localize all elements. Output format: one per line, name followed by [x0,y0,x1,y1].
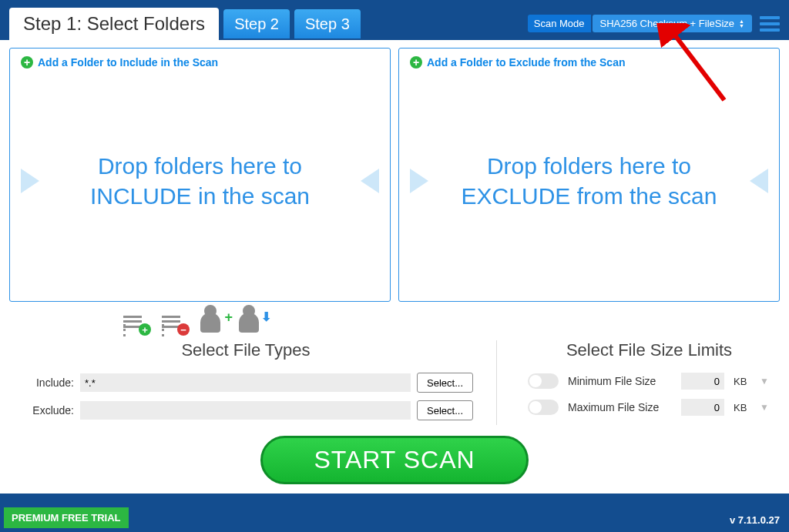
arrow-right-icon [21,169,39,193]
scan-mode-dropdown[interactable]: SHA256 Checksum + FileSize ▲▼ [593,15,752,32]
max-size-label: Maximum File Size [568,401,672,413]
tab-step2[interactable]: Step 2 [223,9,290,38]
min-size-label: Minimum File Size [568,375,672,387]
exclude-drop-text: Drop folders here to EXCLUDE from the sc… [436,151,742,211]
version-label: v 7.11.0.27 [730,514,780,526]
add-list-button[interactable]: + [123,313,148,333]
exclude-types-label: Exclude: [18,404,74,417]
person-icon [200,313,220,333]
exclude-types-select-button[interactable]: Select... [417,400,473,420]
tab-step1[interactable]: Step 1: Select Folders [9,8,219,40]
min-size-unit-dropdown[interactable]: ▼ [760,376,769,386]
exclude-drop-zone[interactable]: Drop folders here to EXCLUDE from the sc… [410,69,768,293]
add-include-label: Add a Folder to Include in the Scan [38,56,218,69]
scan-mode-value: SHA256 Checksum + FileSize [600,18,735,29]
import-profile-button[interactable]: ⬇ [239,313,264,333]
max-size-unit-dropdown[interactable]: ▼ [760,402,769,413]
max-size-unit: KB [734,402,750,413]
download-icon: ⬇ [261,309,271,324]
max-size-toggle[interactable] [528,400,559,415]
scan-mode-label: Scan Mode [528,15,591,32]
include-types-label: Include: [18,376,74,389]
minus-badge-icon: − [177,323,190,336]
min-size-unit: KB [734,376,750,387]
max-size-input[interactable] [681,399,724,416]
arrow-right-icon [410,169,428,193]
file-types-title: Select File Types [18,340,473,360]
plus-icon: + [410,56,422,69]
tab-step3[interactable]: Step 3 [294,9,361,38]
include-drop-text: Drop folders here to INCLUDE in the scan [47,151,353,211]
add-exclude-folder-button[interactable]: + Add a Folder to Exclude from the Scan [410,56,768,69]
size-limits-title: Select File Size Limits [528,340,771,360]
remove-list-button[interactable]: − [162,313,186,333]
min-size-toggle[interactable] [528,373,559,389]
start-scan-button[interactable]: START SCAN [260,436,528,484]
person-icon [239,313,259,333]
include-types-select-button[interactable]: Select... [417,373,473,393]
exclude-types-input[interactable] [80,401,411,420]
top-bar: Step 1: Select Folders Step 2 Step 3 Sca… [0,0,789,40]
include-panel[interactable]: + Add a Folder to Include in the Scan Dr… [9,48,391,302]
trial-badge[interactable]: PREMIUM FREE TRIAL [4,507,129,528]
include-types-input[interactable] [80,373,411,392]
include-drop-zone[interactable]: Drop folders here to INCLUDE in the scan [21,69,379,293]
plus-badge-icon: + [139,323,151,336]
min-size-input[interactable] [681,373,724,390]
list-toolbar: + − + ⬇ [0,302,789,340]
add-include-folder-button[interactable]: + Add a Folder to Include in the Scan [21,56,379,69]
add-profile-button[interactable]: + [200,313,225,333]
updown-icon: ▲▼ [739,19,744,28]
exclude-panel[interactable]: + Add a Folder to Exclude from the Scan … [398,48,780,302]
arrow-left-icon [750,169,768,193]
plus-icon: + [224,309,233,326]
plus-icon: + [21,56,33,69]
hamburger-menu-icon[interactable] [760,16,780,32]
add-exclude-label: Add a Folder to Exclude from the Scan [427,56,625,69]
arrow-left-icon [361,169,379,193]
